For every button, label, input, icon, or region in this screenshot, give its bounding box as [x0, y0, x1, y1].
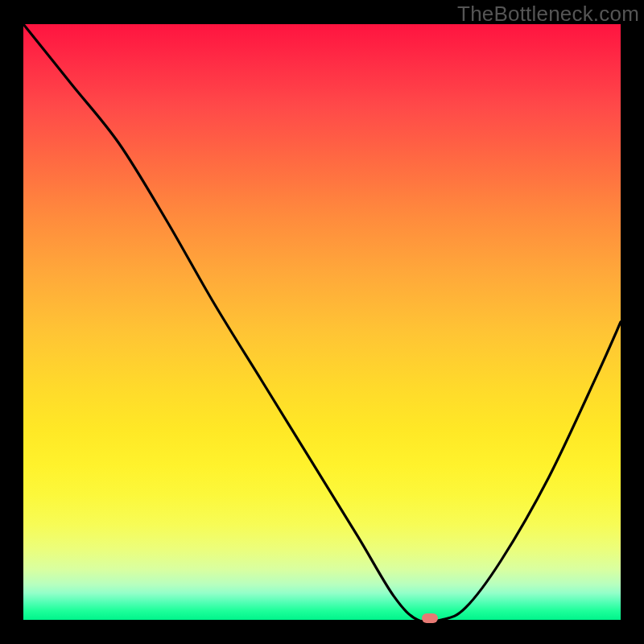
plot-area — [23, 24, 621, 620]
attribution-text: TheBottleneck.com — [457, 2, 639, 27]
chart-frame: TheBottleneck.com — [0, 0, 644, 644]
bottleneck-curve — [23, 24, 621, 620]
optimal-marker — [422, 613, 438, 623]
